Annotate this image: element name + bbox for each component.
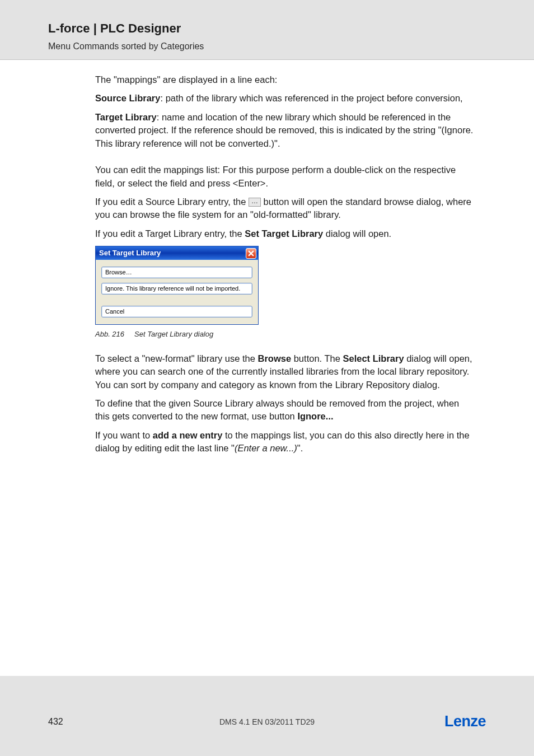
page-number: 432 xyxy=(48,717,63,727)
text: If you want to xyxy=(95,430,153,440)
term-target-library: Target Library xyxy=(95,112,157,122)
document-id: DMS 4.1 EN 03/2011 TD29 xyxy=(219,717,315,726)
dialog-body: Browse… Ignore. This library reference w… xyxy=(96,260,258,324)
paragraph: To define that the given Source Library … xyxy=(95,397,475,423)
close-button[interactable] xyxy=(246,248,256,259)
paragraph: If you want to add a new entry to the ma… xyxy=(95,429,475,455)
ellipsis-button-icon xyxy=(249,198,261,207)
dialog-title: Set Target Library xyxy=(99,248,161,258)
set-target-library-dialog: Set Target Library Browse… Ignore. This … xyxy=(95,246,259,325)
content-column: The "mappings" are displayed in a line e… xyxy=(95,73,475,455)
text: ". xyxy=(297,443,303,453)
lenze-logo: Lenze xyxy=(444,713,486,730)
page-header: L-force | PLC Designer Menu Commands sor… xyxy=(0,0,534,60)
ignore-button[interactable]: Ignore. This library reference will not … xyxy=(101,283,252,295)
close-icon xyxy=(248,250,254,256)
term-browse: Browse xyxy=(258,353,292,363)
page-body: The "mappings" are displayed in a line e… xyxy=(0,60,534,676)
dialog-figure: Set Target Library Browse… Ignore. This … xyxy=(95,246,475,325)
paragraph: If you edit a Source Library entry, the … xyxy=(95,195,475,222)
figure-caption: Abb. 216Set Target Library dialog xyxy=(95,329,475,339)
dialog-titlebar: Set Target Library xyxy=(96,246,258,260)
header-title: L-force | PLC Designer xyxy=(48,21,534,36)
text: : path of the library which was referenc… xyxy=(160,93,462,103)
term-enter-a-new: (Enter a new...) xyxy=(235,443,297,453)
text: To define that the given Source Library … xyxy=(95,398,459,421)
paragraph: The "mappings" are displayed in a line e… xyxy=(95,73,475,86)
text: If you edit a Target Library entry, the xyxy=(95,228,245,239)
term-select-library: Select Library xyxy=(343,353,404,363)
term-source-library: Source Library xyxy=(95,93,160,103)
figure-caption-text: Set Target Library dialog xyxy=(134,330,213,338)
header-subtitle: Menu Commands sorted by Categories xyxy=(48,41,534,52)
figure-number: Abb. 216 xyxy=(95,330,124,338)
term-set-target-library: Set Target Library xyxy=(245,228,323,239)
paragraph: Source Library: path of the library whic… xyxy=(95,92,475,105)
text: If you edit a Source Library entry, the xyxy=(95,197,249,207)
text: button. The xyxy=(291,353,343,363)
text: dialog will open. xyxy=(323,228,391,239)
paragraph: You can edit the mappings list: For this… xyxy=(95,164,475,190)
paragraph: If you edit a Target Library entry, the … xyxy=(95,227,475,240)
paragraph: To select a "new-format" library use the… xyxy=(95,352,475,391)
term-add-new-entry: add a new entry xyxy=(153,430,223,440)
browse-button[interactable]: Browse… xyxy=(101,267,252,278)
page-footer: 432 DMS 4.1 EN 03/2011 TD29 Lenze xyxy=(0,713,534,730)
paragraph: Target Library: name and location of the… xyxy=(95,111,475,150)
text: To select a "new-format" library use the xyxy=(95,353,258,363)
cancel-button[interactable]: Cancel xyxy=(101,306,252,318)
term-ignore: Ignore... xyxy=(297,411,333,421)
